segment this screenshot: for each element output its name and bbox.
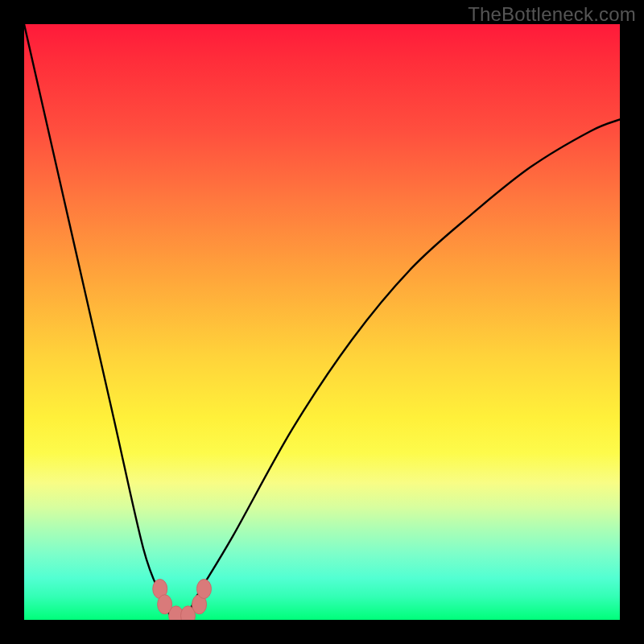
marker-left-upper xyxy=(153,580,167,599)
marker-right-lower xyxy=(192,595,207,614)
marker-bottom-left xyxy=(169,606,184,620)
bottleneck-curve xyxy=(24,24,620,620)
curve-layer xyxy=(24,24,620,620)
marker-left-lower xyxy=(158,595,172,614)
plot-area xyxy=(24,24,620,620)
chart-frame: TheBottleneck.com xyxy=(0,0,644,644)
marker-group xyxy=(153,580,212,620)
marker-bottom-right xyxy=(181,606,196,620)
watermark-text: TheBottleneck.com xyxy=(468,3,636,26)
marker-right-upper xyxy=(196,580,211,599)
